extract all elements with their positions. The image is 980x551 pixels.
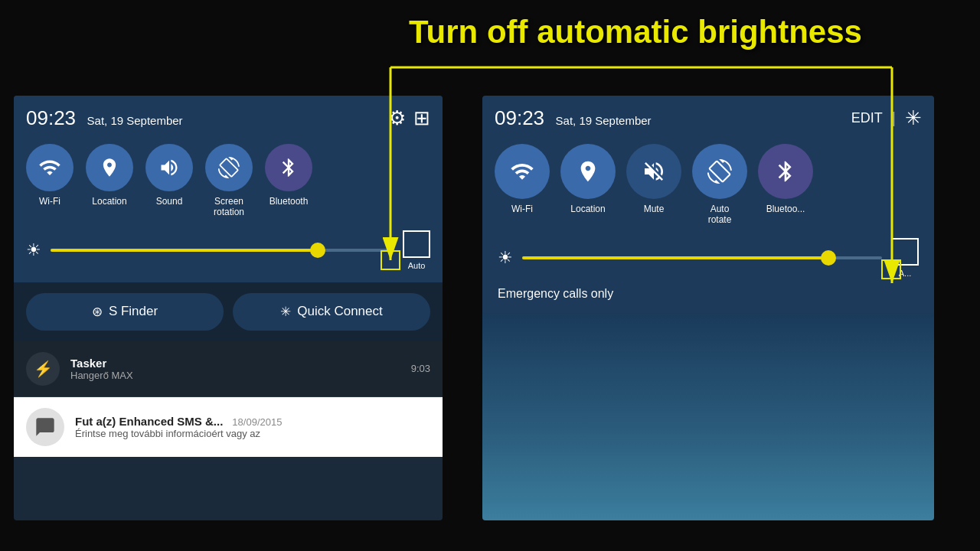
right-time-date: 09:23 Sat, 19 September bbox=[495, 106, 652, 130]
sms-notification[interactable]: Fut a(z) Enhanced SMS &... 18/09/2015 Ér… bbox=[14, 397, 443, 457]
wifi-label-right: Wi-Fi bbox=[511, 204, 533, 214]
settings-icon[interactable]: ⚙ bbox=[388, 106, 406, 130]
location-circle-right bbox=[560, 144, 616, 199]
left-auto-button[interactable]: Auto bbox=[403, 230, 430, 270]
bluetooth-circle-right bbox=[758, 144, 813, 199]
sfinder-button[interactable]: ⊛ S Finder bbox=[26, 293, 224, 331]
wifi-circle-left bbox=[26, 144, 74, 191]
right-brightness-slider[interactable] bbox=[522, 256, 882, 259]
location-label-right: Location bbox=[570, 204, 605, 214]
left-bottom-buttons: ⊛ S Finder ✳ Quick Connect bbox=[14, 282, 443, 341]
sound-toggle-left[interactable]: Sound bbox=[145, 144, 193, 218]
sms-content: Fut a(z) Enhanced SMS &... 18/09/2015 Ér… bbox=[75, 415, 282, 439]
tasker-notification[interactable]: ⚡ Tasker Hangerő MAX 9:03 bbox=[14, 341, 443, 397]
right-brightness-row: ☀ A... bbox=[495, 238, 922, 278]
bluetooth-circle-left bbox=[265, 144, 312, 191]
sfinder-icon: ⊛ bbox=[92, 304, 103, 320]
left-status-icons: ⚙ ⊞ bbox=[388, 106, 430, 130]
page-title: Turn off automatic brightness bbox=[322, 14, 949, 51]
tasker-content: Tasker Hangerő MAX bbox=[70, 357, 411, 381]
right-settings-icon[interactable]: ✳ bbox=[905, 106, 922, 130]
sound-label-left: Sound bbox=[156, 196, 183, 207]
bluetooth-toggle-right[interactable]: Bluetoo... bbox=[758, 144, 813, 226]
right-auto-label: A... bbox=[899, 269, 912, 278]
left-status-bar: 09:23 Sat, 19 September ⚙ ⊞ bbox=[26, 106, 430, 130]
left-brightness-slider[interactable] bbox=[51, 249, 394, 252]
emergency-text: Emergency calls only bbox=[495, 278, 922, 301]
tasker-time: 9:03 bbox=[411, 363, 430, 374]
autorotate-toggle-right[interactable]: Autorotate bbox=[692, 144, 747, 226]
left-time-date: 09:23 Sat, 19 September bbox=[26, 106, 183, 130]
location-toggle-left[interactable]: Location bbox=[86, 144, 133, 218]
left-toggle-buttons: Wi-Fi Location Sound bbox=[26, 144, 430, 218]
notifications-area: ⚡ Tasker Hangerő MAX 9:03 bbox=[14, 341, 443, 397]
grid-icon[interactable]: ⊞ bbox=[413, 106, 430, 130]
bluetooth-label-right: Bluetoo... bbox=[766, 204, 805, 214]
tasker-subtitle: Hangerő MAX bbox=[70, 370, 411, 381]
sms-icon bbox=[26, 408, 64, 446]
right-date: Sat, 19 September bbox=[556, 114, 652, 127]
wifi-circle-right bbox=[495, 144, 550, 199]
right-edit-area: EDIT | ✳ bbox=[851, 106, 922, 130]
mute-circle-right bbox=[626, 144, 681, 199]
right-quick-settings: 09:23 Sat, 19 September EDIT | ✳ Wi-Fi bbox=[482, 96, 934, 313]
mute-toggle-right[interactable]: Mute bbox=[626, 144, 681, 226]
rotation-toggle-left[interactable]: Screenrotation bbox=[205, 144, 253, 218]
edit-button[interactable]: EDIT bbox=[851, 110, 883, 126]
mute-label-right: Mute bbox=[644, 204, 665, 214]
bluetooth-toggle-left[interactable]: Bluetooth bbox=[265, 144, 312, 218]
sms-date: 18/09/2015 bbox=[232, 416, 282, 428]
brightness-icon-left: ☀ bbox=[26, 240, 41, 260]
wifi-toggle-left[interactable]: Wi-Fi bbox=[26, 144, 74, 218]
location-circle-left bbox=[86, 144, 133, 191]
location-toggle-right[interactable]: Location bbox=[560, 144, 616, 226]
wifi-toggle-right[interactable]: Wi-Fi bbox=[495, 144, 550, 226]
left-brightness-thumb bbox=[310, 243, 325, 258]
left-brightness-fill bbox=[51, 249, 318, 252]
right-auto-button[interactable]: A... bbox=[891, 238, 919, 278]
rotation-label-left: Screenrotation bbox=[214, 196, 244, 218]
right-brightness-thumb bbox=[821, 250, 836, 266]
quickconnect-icon: ✳ bbox=[280, 304, 291, 320]
right-toggle-buttons: Wi-Fi Location Mute bbox=[495, 144, 922, 226]
right-lockscreen bbox=[482, 313, 934, 520]
rotation-circle-left bbox=[205, 144, 253, 191]
bluetooth-label-left: Bluetooth bbox=[270, 196, 309, 207]
autorotate-circle-right bbox=[692, 144, 747, 199]
quickconnect-button[interactable]: ✳ Quick Connect bbox=[233, 293, 430, 331]
sound-circle-left bbox=[145, 144, 193, 191]
left-auto-square bbox=[403, 230, 430, 258]
wifi-label-left: Wi-Fi bbox=[39, 196, 60, 207]
sfinder-label: S Finder bbox=[109, 304, 158, 319]
tasker-title: Tasker bbox=[70, 357, 411, 370]
left-time: 09:23 bbox=[26, 106, 76, 129]
left-phone-panel: 09:23 Sat, 19 September ⚙ ⊞ Wi-Fi bbox=[14, 96, 443, 520]
left-date: Sat, 19 September bbox=[87, 114, 183, 127]
sms-title: Fut a(z) Enhanced SMS &... bbox=[75, 415, 223, 428]
right-status-bar: 09:23 Sat, 19 September EDIT | ✳ bbox=[495, 106, 922, 130]
right-phone-panel: 09:23 Sat, 19 September EDIT | ✳ Wi-Fi bbox=[482, 96, 934, 520]
sms-body: Érintse meg további informácioért vagy a… bbox=[75, 428, 282, 439]
tasker-icon: ⚡ bbox=[26, 352, 60, 386]
autorotate-label-right: Autorotate bbox=[708, 204, 732, 226]
quickconnect-label: Quick Connect bbox=[297, 304, 383, 319]
right-brightness-fill bbox=[522, 256, 828, 259]
right-time: 09:23 bbox=[495, 106, 544, 129]
divider: | bbox=[892, 109, 896, 127]
right-auto-square bbox=[891, 238, 919, 266]
location-label-left: Location bbox=[92, 196, 126, 207]
brightness-icon-right: ☀ bbox=[498, 248, 513, 268]
left-quick-settings: 09:23 Sat, 19 September ⚙ ⊞ Wi-Fi bbox=[14, 96, 443, 282]
left-auto-label: Auto bbox=[408, 261, 426, 270]
left-brightness-row: ☀ Auto bbox=[26, 230, 430, 270]
